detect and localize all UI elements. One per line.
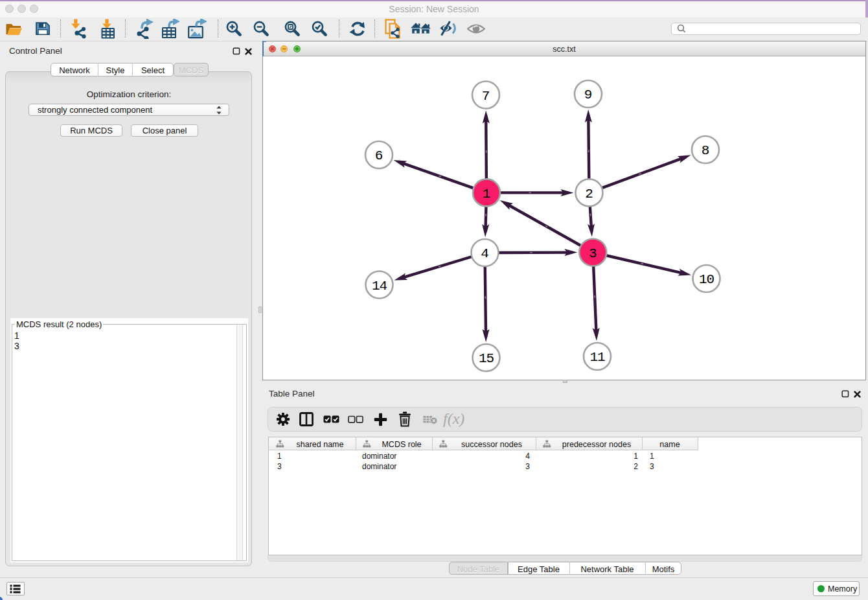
svg-text:2: 2 bbox=[585, 187, 593, 202]
svg-text:3: 3 bbox=[589, 246, 597, 261]
svg-text:8: 8 bbox=[702, 143, 710, 158]
svg-text:9: 9 bbox=[584, 87, 593, 102]
svg-text:10: 10 bbox=[699, 272, 714, 287]
svg-text:6: 6 bbox=[375, 148, 383, 163]
svg-text:1: 1 bbox=[483, 187, 491, 202]
svg-text:7: 7 bbox=[482, 89, 490, 104]
svg-text:14: 14 bbox=[372, 279, 387, 294]
svg-text:4: 4 bbox=[481, 246, 489, 261]
svg-text:15: 15 bbox=[479, 351, 494, 366]
svg-text:11: 11 bbox=[590, 350, 605, 365]
